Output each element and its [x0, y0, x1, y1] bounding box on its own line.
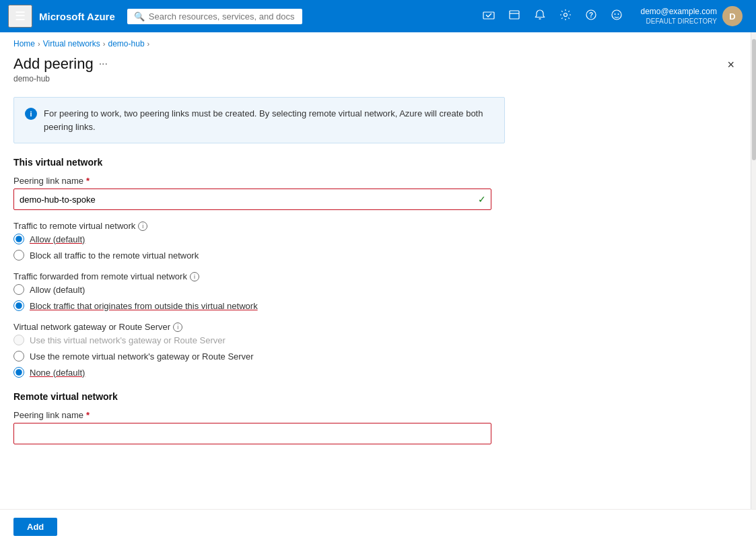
- svg-rect-0: [483, 12, 494, 19]
- help-button[interactable]: ?: [580, 6, 603, 26]
- breadcrumb: Home › Virtual networks › demo-hub ›: [0, 32, 751, 53]
- cloud-shell-button[interactable]: [477, 6, 500, 26]
- traffic-forwarded-radio-group: Allow (default) Block traffic that origi…: [13, 284, 491, 311]
- scrollbar-thumb[interactable]: [752, 39, 756, 160]
- info-text: For peering to work, two peering links m…: [44, 107, 493, 133]
- gw-use-this-label: Use this virtual network's gateway or Ro…: [30, 335, 226, 345]
- gateway-label: Virtual network gateway or Route Server …: [13, 322, 491, 332]
- remote-peering-link-input[interactable]: [13, 423, 491, 444]
- directory-button[interactable]: [503, 6, 526, 26]
- breadcrumb-sep-3: ›: [147, 40, 150, 48]
- gw-use-this-radio[interactable]: [13, 335, 24, 345]
- traffic-to-remote-field: Traffic to remote virtual network i Allo…: [13, 221, 491, 261]
- info-icon: i: [25, 108, 37, 120]
- bottom-bar: Add: [0, 509, 756, 544]
- add-button[interactable]: Add: [13, 518, 57, 536]
- user-info: demo@example.com DEFAULT DIRECTORY: [640, 7, 717, 26]
- traffic-allow-radio[interactable]: [13, 234, 24, 244]
- close-button[interactable]: ×: [724, 55, 737, 75]
- traffic-to-remote-label-text: Traffic to remote virtual network: [13, 221, 135, 231]
- breadcrumb-demo-hub[interactable]: demo-hub: [108, 39, 145, 48]
- svg-text:?: ?: [589, 11, 593, 19]
- user-email: demo@example.com: [640, 7, 717, 18]
- gateway-field: Virtual network gateway or Route Server …: [13, 322, 491, 378]
- peering-link-name-label-text: Peering link name: [13, 176, 83, 186]
- fwd-block-label: Block traffic that originates from outsi…: [30, 301, 258, 311]
- traffic-block-radio[interactable]: [13, 250, 24, 261]
- gw-use-this-option[interactable]: Use this virtual network's gateway or Ro…: [13, 335, 491, 345]
- info-banner: i For peering to work, two peering links…: [13, 97, 505, 143]
- page-title-row: Add peering ···: [13, 55, 108, 73]
- gw-use-remote-radio[interactable]: [13, 351, 24, 362]
- breadcrumb-sep-1: ›: [38, 40, 40, 48]
- user-directory: DEFAULT DIRECTORY: [640, 17, 717, 26]
- svg-point-8: [615, 13, 616, 15]
- search-bar[interactable]: 🔍: [127, 9, 302, 24]
- remote-peering-link-label: Peering link name *: [13, 410, 491, 420]
- traffic-allow-label: Allow (default): [30, 234, 85, 244]
- traffic-block-label: Block all traffic to the remote virtual …: [30, 250, 199, 261]
- avatar[interactable]: D: [722, 6, 743, 26]
- peering-link-name-label: Peering link name *: [13, 176, 491, 186]
- gw-none-option[interactable]: None (default): [13, 367, 491, 378]
- page-title-text: Add peering: [13, 55, 94, 73]
- azure-brand: Microsoft Azure: [39, 11, 115, 22]
- remote-vnet-section-title: Remote virtual network: [13, 391, 491, 402]
- feedback-button[interactable]: [605, 6, 628, 26]
- remote-peering-link-field: Peering link name *: [13, 410, 491, 444]
- fwd-allow-radio[interactable]: [13, 284, 24, 295]
- svg-point-7: [612, 10, 621, 20]
- peering-link-name-required: *: [86, 176, 90, 186]
- topnav-icon-group: ?: [477, 6, 628, 26]
- search-input[interactable]: [149, 11, 296, 22]
- this-vnet-section-title: This virtual network: [13, 157, 491, 168]
- gw-none-label: None (default): [30, 368, 85, 378]
- gw-use-remote-label: Use the remote virtual network's gateway…: [30, 351, 254, 362]
- traffic-block-option[interactable]: Block all traffic to the remote virtual …: [13, 250, 491, 261]
- page-header: Add peering ··· demo-hub ×: [0, 53, 751, 90]
- content-area: Home › Virtual networks › demo-hub › Add…: [0, 32, 751, 544]
- fwd-allow-label: Allow (default): [30, 285, 85, 295]
- gateway-label-text: Virtual network gateway or Route Server: [13, 322, 170, 332]
- user-menu[interactable]: demo@example.com DEFAULT DIRECTORY D: [635, 3, 748, 29]
- fwd-block-option[interactable]: Block traffic that originates from outsi…: [13, 300, 491, 311]
- input-check-icon: ✓: [478, 194, 486, 205]
- peering-link-name-field: Peering link name * ✓: [13, 176, 491, 210]
- traffic-to-remote-radio-group: Allow (default) Block all traffic to the…: [13, 234, 491, 261]
- gw-none-radio[interactable]: [13, 367, 24, 378]
- page-more-options[interactable]: ···: [99, 58, 108, 70]
- svg-rect-1: [510, 11, 519, 19]
- peering-link-name-input[interactable]: [13, 189, 491, 210]
- traffic-to-remote-info-icon[interactable]: i: [138, 222, 147, 231]
- remote-peering-link-input-wrapper: [13, 423, 491, 444]
- search-icon: 🔍: [134, 11, 145, 22]
- top-navigation: ☰ Microsoft Azure 🔍 ? demo@example.com D…: [0, 0, 756, 32]
- hamburger-menu-button[interactable]: ☰: [8, 5, 32, 28]
- page-subtitle: demo-hub: [13, 74, 108, 83]
- page-header-left: Add peering ··· demo-hub: [13, 55, 108, 83]
- traffic-forwarded-label: Traffic forwarded from remote virtual ne…: [13, 271, 491, 281]
- peering-link-name-input-wrapper: ✓: [13, 189, 491, 210]
- traffic-forwarded-info-icon[interactable]: i: [190, 272, 199, 281]
- breadcrumb-sep-2: ›: [103, 40, 106, 48]
- gw-use-remote-option[interactable]: Use the remote virtual network's gateway…: [13, 351, 491, 362]
- remote-peering-link-required: *: [86, 410, 90, 420]
- fwd-block-radio[interactable]: [13, 300, 24, 311]
- settings-button[interactable]: [554, 6, 577, 26]
- svg-point-4: [564, 13, 568, 17]
- traffic-to-remote-label: Traffic to remote virtual network i: [13, 221, 491, 231]
- gateway-radio-group: Use this virtual network's gateway or Ro…: [13, 335, 491, 378]
- traffic-forwarded-label-text: Traffic forwarded from remote virtual ne…: [13, 271, 187, 281]
- svg-point-9: [618, 13, 619, 15]
- traffic-forwarded-field: Traffic forwarded from remote virtual ne…: [13, 271, 491, 311]
- traffic-allow-option[interactable]: Allow (default): [13, 234, 491, 244]
- main-wrapper: Home › Virtual networks › demo-hub › Add…: [0, 32, 756, 544]
- notifications-button[interactable]: [528, 6, 551, 26]
- fwd-allow-option[interactable]: Allow (default): [13, 284, 491, 295]
- breadcrumb-virtual-networks[interactable]: Virtual networks: [43, 39, 100, 48]
- form-body: This virtual network Peering link name *…: [0, 157, 505, 509]
- scrollbar-track[interactable]: [751, 32, 756, 544]
- breadcrumb-home[interactable]: Home: [13, 39, 35, 48]
- gateway-info-icon[interactable]: i: [173, 322, 182, 332]
- remote-peering-link-label-text: Peering link name: [13, 410, 83, 420]
